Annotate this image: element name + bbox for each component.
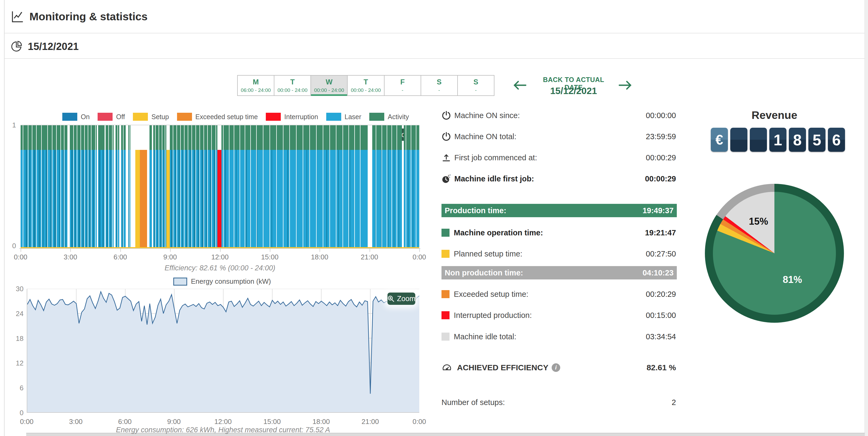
energy-legend-item[interactable]: Energy consumption (kW) [173, 277, 271, 286]
achieved-efficiency-row: ACHIEVED EFFICIENCYi82.61 % [441, 361, 677, 374]
week-day-s-6[interactable]: S- [458, 76, 494, 95]
legend-item-exceeded_setup[interactable]: Exceeded setup time [177, 113, 258, 121]
timeline-hairline-gap [123, 125, 124, 248]
machine-state-timeline-chart[interactable] [21, 125, 419, 248]
monitoring-page: Monitoring & statistics 15/12/2021 M06:0… [0, 0, 868, 436]
legend-item-activity[interactable]: Activity [369, 113, 409, 121]
timeline-segment [214, 150, 215, 248]
timeline-hairline-gap [309, 125, 310, 248]
stat-row-production-1: Planned setup time:00:27:50 [441, 247, 677, 260]
legend-item-interruption[interactable]: Interruption [266, 113, 318, 121]
day-hours: - [475, 87, 476, 93]
timeline-hairline-gap [112, 125, 113, 248]
vertical-scrollbar[interactable] [865, 0, 868, 436]
activity-swatch [441, 229, 450, 237]
revenue-digit-tile-3: 1 [769, 128, 786, 152]
day-letter: M [253, 78, 259, 86]
timeline-segment [89, 150, 91, 248]
revenue-digit-tile-1 [730, 128, 747, 152]
timeline-hairline-gap [376, 125, 376, 248]
week-day-m-0[interactable]: M06:00 - 24:00 [238, 76, 274, 95]
efficiency-label: ACHIEVED EFFICIENCY [457, 363, 549, 372]
stat-row-non-production-1: Interrupted production:00:15:00 [441, 309, 677, 322]
x-tick-label: 21:00 [361, 253, 378, 261]
week-day-t-1[interactable]: T00:00 - 24:00 [274, 76, 311, 95]
timeline-hairline-gap [216, 125, 216, 248]
legend-label: Exceeded setup time [195, 113, 258, 121]
production-share-pie-chart: 81%15% [705, 184, 844, 323]
timeline-hairline-gap [416, 125, 416, 248]
timeline-hairline-gap [129, 125, 130, 248]
exceeded_setup-swatch [441, 290, 450, 298]
header-divider [4, 33, 865, 33]
stat-value: 00:00:29 [645, 174, 676, 183]
timeline-segment [338, 150, 339, 248]
energy-consumption-chart[interactable] [27, 289, 419, 413]
energy-y-label: 0 [7, 409, 24, 417]
energy-x-label: 15:00 [264, 417, 281, 426]
stat-value: 2 [672, 398, 676, 407]
timeline-segment [102, 150, 104, 248]
current-date: 15/12/2021 [28, 41, 79, 53]
timeline-segment [166, 150, 169, 248]
next-day-arrow-icon[interactable] [618, 79, 632, 91]
pie-percent-label: 15% [749, 216, 768, 227]
week-day-s-5[interactable]: S- [421, 76, 458, 95]
legend-item-laser[interactable]: Laser [326, 113, 362, 121]
legend-item-on[interactable]: On [62, 113, 90, 121]
date-divider [4, 58, 865, 59]
timeline-segment [153, 150, 368, 248]
timeline-hairline-gap [245, 125, 245, 248]
legend-item-off[interactable]: Off [98, 113, 125, 121]
info-icon[interactable]: i [552, 363, 560, 372]
week-day-f-4[interactable]: F- [384, 76, 421, 95]
timeline-hairline-gap [406, 125, 406, 248]
timeline-segment [50, 150, 52, 248]
x-tick-mark [21, 249, 21, 252]
week-day-w-2[interactable]: W00:00 - 24:00 [311, 76, 348, 95]
stat-label: Number of setups: [441, 398, 505, 407]
energy-y-label: 6 [7, 384, 24, 392]
idle-swatch [441, 333, 450, 341]
previous-day-arrow-icon[interactable] [513, 79, 527, 91]
stat-value: 23:59:59 [646, 132, 676, 141]
timeline-segment [110, 150, 112, 248]
week-day-t-3[interactable]: T00:00 - 24:00 [348, 76, 384, 95]
timeline-segment [394, 150, 395, 248]
stat-row-top-2: First job commenced at:00:00:29 [441, 151, 677, 164]
timeline-segment [349, 150, 350, 248]
pie-percent-label: 81% [783, 274, 802, 285]
legend-label: Laser [345, 113, 362, 121]
x-tick-mark [370, 249, 370, 252]
timeline-hairline-gap [240, 125, 240, 248]
timeline-segment [160, 150, 162, 248]
legend-item-setup[interactable]: Setup [133, 113, 169, 121]
page-header: Monitoring & statistics [11, 8, 148, 25]
timeline-segment [287, 150, 288, 248]
timeline-segment [413, 150, 413, 248]
stat-value: 00:20:29 [646, 290, 676, 299]
timeline-segment [29, 150, 30, 248]
timeline-segment [98, 125, 104, 150]
stat-label: Interrupted production: [454, 311, 532, 320]
svg-text:z: z [450, 174, 451, 176]
energy-zoom-button[interactable]: Zoom [388, 293, 415, 305]
timeline-hairline-gap [223, 125, 223, 248]
non-production-time-banner: Non production time:04:10:23 [441, 266, 677, 279]
legend-label: Activity [388, 113, 409, 121]
timeline-segment [70, 125, 97, 150]
timeline-hairline-gap [184, 125, 185, 248]
timeline-hairline-gap [95, 125, 96, 248]
timeline-hairline-gap [256, 125, 257, 248]
selected-date: 15/12/2021 [535, 86, 612, 96]
timeline-segment [190, 150, 191, 248]
legend-swatch [177, 113, 192, 121]
banner-label: Non production time: [445, 268, 523, 277]
x-tick-label: 15:00 [261, 253, 278, 261]
day-letter: S [473, 78, 478, 86]
timeline-segment [206, 150, 207, 248]
timeline-segment [59, 150, 60, 248]
timeline-segment [153, 125, 368, 150]
energy-x-label: 3:00 [69, 417, 83, 426]
timeline-hairline-gap [360, 125, 361, 248]
